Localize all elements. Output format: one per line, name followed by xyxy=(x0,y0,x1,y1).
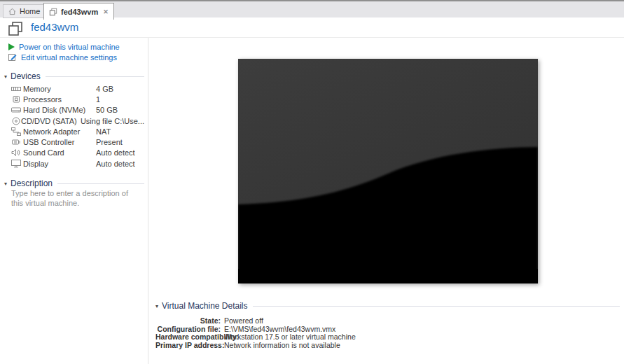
edit-settings-label: Edit virtual machine settings xyxy=(21,53,117,62)
collapse-arrow-icon[interactable]: ▾ xyxy=(155,303,158,309)
section-rule xyxy=(57,183,144,184)
tab-fed43wvm-close-icon[interactable]: ✕ xyxy=(103,8,109,15)
description-placeholder[interactable]: Type here to enter a description of this… xyxy=(11,188,136,208)
network-adapter-icon xyxy=(11,127,23,136)
tab-bar: Home ✕ fed43wvm ✕ xyxy=(0,0,624,18)
edit-settings-icon xyxy=(8,53,17,62)
vm-icon xyxy=(49,8,57,16)
tab-fed43wvm[interactable]: fed43wvm ✕ xyxy=(43,3,114,20)
page-title: fed43wvm xyxy=(31,21,78,33)
home-icon xyxy=(8,8,16,15)
vm-screen-preview[interactable] xyxy=(238,59,538,284)
section-rule xyxy=(46,76,144,77)
description-section-title: Description xyxy=(11,178,53,188)
collapse-arrow-icon[interactable]: ▾ xyxy=(4,181,7,187)
device-row-hard-disk[interactable]: Hard Disk (NVMe) 50 GB xyxy=(11,105,144,115)
tab-fed43wvm-label: fed43wvm xyxy=(61,8,98,16)
power-on-link[interactable]: Power on this virtual machine xyxy=(8,43,120,51)
vm-details-rows: State: Powered off Configuration file: E… xyxy=(155,317,492,349)
device-row-usb-controller[interactable]: USB Controller Present xyxy=(11,136,144,147)
hard-disk-icon xyxy=(11,106,23,114)
device-row-display[interactable]: Display Auto detect xyxy=(11,158,144,169)
edit-settings-link[interactable]: Edit virtual machine settings xyxy=(8,53,117,62)
description-section-header[interactable]: ▾ Description xyxy=(4,178,144,188)
power-on-label: Power on this virtual machine xyxy=(19,43,120,51)
device-row-sound-card[interactable]: Sound Card Auto detect xyxy=(11,148,144,158)
memory-icon xyxy=(11,85,23,93)
sidebar-divider xyxy=(148,38,148,364)
vmware-workstation-window: Home ✕ fed43wvm ✕ fed43wvm Power on this… xyxy=(0,0,624,364)
usb-controller-icon xyxy=(11,138,23,146)
detail-row-state: State: Powered off xyxy=(155,317,492,326)
display-icon xyxy=(11,160,23,168)
devices-list: Memory 4 GB Processors 1 Hard Disk (NVMe… xyxy=(11,83,144,169)
detail-row-primary-ip: Primary IP address: Network information … xyxy=(155,342,492,350)
devices-section-title: Devices xyxy=(11,71,41,81)
vm-details-section-title: Virtual Machine Details xyxy=(162,301,248,311)
tab-home-label: Home xyxy=(20,7,40,15)
vm-details-section-header[interactable]: ▾ Virtual Machine Details xyxy=(155,301,620,311)
section-rule xyxy=(253,306,620,307)
cd-dvd-icon xyxy=(11,117,21,125)
device-row-cd-dvd[interactable]: CD/DVD (SATA) Using file C:\Use... xyxy=(11,115,144,126)
header-divider xyxy=(0,37,624,38)
device-row-network-adapter[interactable]: Network Adapter NAT xyxy=(11,126,144,136)
play-icon xyxy=(8,43,15,50)
devices-section-header[interactable]: ▾ Devices xyxy=(4,71,144,81)
processor-icon xyxy=(11,95,23,104)
device-row-processors[interactable]: Processors 1 xyxy=(11,94,144,104)
collapse-arrow-icon[interactable]: ▾ xyxy=(4,74,7,80)
sound-card-icon xyxy=(11,148,23,157)
device-row-memory[interactable]: Memory 4 GB xyxy=(11,83,144,94)
vm-title-row: fed43wvm xyxy=(0,18,624,37)
